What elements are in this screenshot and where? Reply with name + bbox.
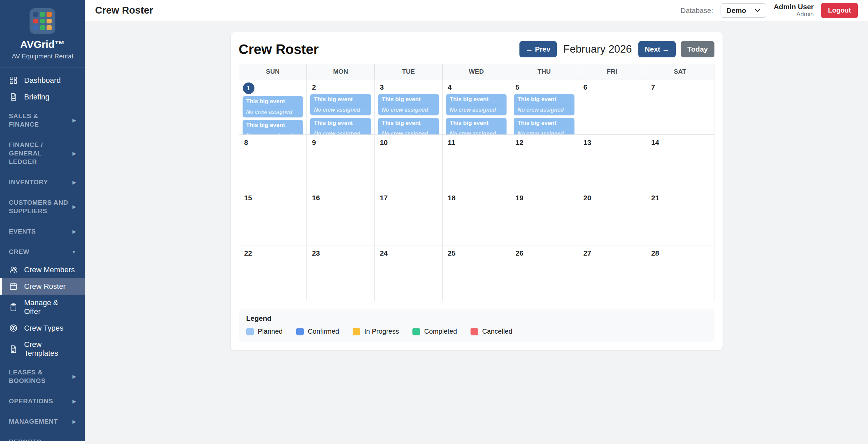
calendar-cell-8[interactable]: 8 [239, 135, 307, 190]
legend-items: PlannedConfirmedIn ProgressCompletedCanc… [246, 328, 707, 335]
legend-label: Completed [424, 328, 457, 335]
sidebar-section-label: FINANCE / GENERAL LEDGER [9, 141, 69, 166]
calendar-cell-15[interactable]: 15 [239, 190, 307, 245]
calendar-cell-22[interactable]: 22 [239, 245, 307, 301]
calendar-cell-14[interactable]: 14 [646, 135, 714, 190]
legend-swatch-confirmed [296, 328, 304, 335]
database-select[interactable]: Demo [721, 3, 766, 18]
app-logo-icon [30, 8, 55, 34]
briefing-icon [9, 92, 18, 101]
calendar-cell-19[interactable]: 19 [510, 190, 578, 245]
sidebar-item-crew-types[interactable]: Crew Types [0, 320, 85, 336]
calendar-cell-25[interactable]: 25 [443, 245, 511, 301]
calendar-cell-10[interactable]: 10 [375, 135, 443, 190]
day-header-wed: WED [443, 64, 511, 79]
prev-month-button[interactable]: ← Prev [519, 41, 557, 57]
legend-panel: Legend PlannedConfirmedIn ProgressComple… [239, 309, 714, 342]
user-block: Admin User Admin [774, 2, 814, 18]
day-number: 13 [583, 138, 643, 147]
sidebar-item-crew-members[interactable]: Crew Members [0, 261, 85, 278]
sidebar-section-crew[interactable]: CREW▼ [0, 242, 85, 261]
event-planned[interactable]: This big eventNo crew assigned [310, 94, 371, 115]
calendar-cell-4[interactable]: 4This big eventNo crew assignedThis big … [443, 79, 511, 134]
calendar-cell-6[interactable]: 6 [578, 79, 646, 134]
calendar-cell-17[interactable]: 17 [375, 190, 443, 245]
calendar-cell-24[interactable]: 24 [375, 245, 443, 301]
calendar-cell-2[interactable]: 2This big eventNo crew assignedThis big … [307, 79, 375, 134]
event-planned[interactable]: This big eventNo crew assigned [243, 96, 303, 117]
day-number: 12 [515, 138, 575, 147]
calendar-cell-16[interactable]: 16 [307, 190, 375, 245]
sidebar-section-sales-finance[interactable]: SALES & FINANCE▶ [0, 106, 85, 134]
calendar-cell-9[interactable]: 9 [307, 135, 375, 190]
main-area: Crew Roster Database: Demo Admin User Ad… [85, 0, 868, 444]
calendar-cell-13[interactable]: 13 [578, 135, 646, 190]
day-number: 28 [651, 249, 711, 257]
logo-square [40, 19, 45, 24]
calendar-cell-21[interactable]: 21 [646, 190, 714, 245]
event-note: No crew assigned [382, 105, 435, 113]
event-planned[interactable]: This big eventNo crew assigned [446, 94, 507, 115]
event-title: This big event [382, 96, 435, 105]
event-planned[interactable]: This big eventNo crew assigned [514, 94, 574, 115]
event-planned[interactable]: This big eventNo crew assigned [446, 118, 507, 134]
month-label: February 2026 [563, 43, 632, 55]
sidebar-section-management[interactable]: MANAGEMENT▶ [0, 412, 85, 431]
calendar-cell-20[interactable]: 20 [578, 190, 646, 245]
event-note: No crew assigned [246, 107, 300, 115]
calendar-cell-27[interactable]: 27 [578, 245, 646, 301]
event-title: This big event [246, 98, 300, 107]
day-number: 10 [380, 138, 440, 147]
user-role: Admin [774, 11, 814, 18]
event-planned[interactable]: This big eventNo crew assigned [378, 94, 439, 115]
sidebar-item-dashboard[interactable]: Dashboard [0, 72, 85, 89]
calendar-cell-12[interactable]: 12 [510, 135, 578, 190]
event-planned[interactable]: This big eventNo crew assigned [310, 118, 371, 134]
calendar-cell-11[interactable]: 11 [443, 135, 511, 190]
calendar-cell-18[interactable]: 18 [443, 190, 511, 245]
sidebar-section-inventory[interactable]: INVENTORY▶ [0, 172, 85, 192]
event-note: No crew assigned [382, 129, 435, 134]
day-number: 19 [515, 194, 575, 202]
bullseye-icon [9, 323, 18, 333]
calendar-cell-5[interactable]: 5This big eventNo crew assignedThis big … [510, 79, 578, 134]
sidebar-item-crew-templates[interactable]: Crew Templates [0, 336, 85, 362]
today-button[interactable]: Today [681, 41, 714, 57]
sidebar-item-crew-roster[interactable]: Crew Roster [0, 278, 85, 295]
legend-item-in-progress: In Progress [353, 328, 399, 335]
event-planned[interactable]: This big eventNo crew assigned [243, 120, 303, 134]
sidebar-section-reports[interactable]: REPORTS▶ [0, 432, 85, 441]
sidebar-section-leases-bookings[interactable]: LEASES & BOOKINGS▶ [0, 363, 85, 390]
calendar-cell-3[interactable]: 3This big eventNo crew assignedThis big … [375, 79, 443, 134]
sidebar-item-briefing[interactable]: Briefing [0, 89, 85, 105]
next-month-button[interactable]: Next → [638, 41, 676, 57]
event-title: This big event [246, 122, 300, 131]
calendar-cell-26[interactable]: 26 [510, 245, 578, 301]
legend-item-cancelled: Cancelled [471, 328, 512, 335]
day-number: 2 [312, 83, 372, 91]
calendar-cell-23[interactable]: 23 [307, 245, 375, 301]
sidebar-item-label: Crew Templates [24, 340, 76, 358]
sidebar-section-label: SALES & FINANCE [9, 112, 69, 129]
sidebar-section-events[interactable]: EVENTS▶ [0, 222, 85, 241]
calendar-cell-28[interactable]: 28 [646, 245, 714, 301]
sidebar-section-finance-general-ledger[interactable]: FINANCE / GENERAL LEDGER▶ [0, 135, 85, 171]
logout-button[interactable]: Logout [821, 3, 858, 18]
event-note: No crew assigned [517, 105, 571, 113]
logo-square [47, 12, 52, 17]
event-planned[interactable]: This big eventNo crew assigned [378, 118, 439, 134]
sidebar-section-customers-and-suppliers[interactable]: CUSTOMERS AND SUPPLIERS▶ [0, 193, 85, 221]
chevron-right-icon: ▶ [72, 439, 76, 442]
sidebar-item-label: Manage & Offer [24, 298, 76, 316]
topbar-right: Database: Demo Admin User Admin Logout [680, 2, 858, 18]
event-planned[interactable]: This big eventNo crew assigned [514, 118, 574, 134]
sidebar-section-operations[interactable]: OPERATIONS▶ [0, 391, 85, 411]
calendar-cell-7[interactable]: 7 [646, 79, 714, 134]
chevron-right-icon: ▶ [72, 151, 76, 156]
people-icon [9, 265, 18, 274]
chevron-right-icon: ▶ [72, 419, 76, 424]
chevron-right-icon: ▶ [72, 204, 76, 209]
sidebar-item-manage-offer[interactable]: Manage & Offer [0, 295, 85, 320]
day-number: 26 [515, 249, 575, 257]
calendar-cell-1[interactable]: 1This big eventNo crew assignedThis big … [239, 79, 307, 134]
